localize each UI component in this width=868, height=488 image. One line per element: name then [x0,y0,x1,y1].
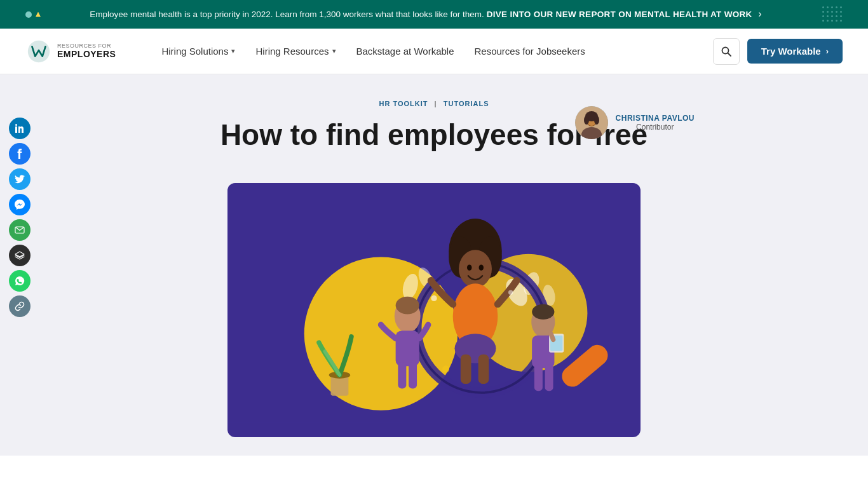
whatsapp-icon [15,276,25,286]
nav-links: Hiring Solutions ▾ Hiring Resources ▾ Ba… [154,41,712,62]
svg-point-26 [459,250,492,287]
twitter-icon [15,174,25,184]
nav-hiring-solutions[interactable]: Hiring Solutions ▾ [154,41,243,62]
twitter-share-button[interactable] [9,168,31,190]
navbar: RESOURCES FOR EMPLOYERS Hiring Solutions… [0,29,868,74]
logo[interactable]: RESOURCES FOR EMPLOYERS [25,38,116,65]
copy-link-button[interactable] [9,295,31,317]
svg-rect-2 [15,126,17,133]
whatsapp-share-button[interactable] [9,270,31,292]
messenger-icon [15,200,25,210]
email-share-button[interactable] [9,219,31,241]
workable-logo-icon [25,38,52,65]
svg-point-49 [442,365,449,372]
hero-image-container [202,183,666,437]
svg-point-10 [584,116,589,125]
facebook-share-button[interactable] [9,143,31,165]
nav-backstage[interactable]: Backstage at Workable [349,41,462,62]
announcement-chevron-icon: › [758,8,761,19]
author-avatar [575,106,608,139]
announcement-normal-text: Employee mental health is a top priority… [90,10,484,19]
nav-actions: Try Workable › [713,38,843,65]
breadcrumb-separator: | [435,100,437,107]
hero-image [227,183,641,437]
svg-point-34 [396,296,419,314]
messenger-share-button[interactable] [9,194,31,215]
try-workable-button[interactable]: Try Workable › [747,39,843,64]
search-icon [721,46,732,57]
main-content: HR TOOLKIT | TUTORIALS How to find emplo… [0,74,868,456]
svg-point-3 [15,124,17,126]
breadcrumb-tutorials[interactable]: TUTORIALS [444,100,489,107]
author-avatar-image [575,106,608,139]
announcement-bar: Employee mental health is a top priority… [0,0,868,29]
email-icon [15,225,25,235]
svg-rect-36 [398,362,406,388]
article-header: HR TOOLKIT | TUTORIALS How to find emplo… [148,74,720,183]
announcement-text: Employee mental health is a top priority… [47,7,804,21]
buffer-share-button[interactable] [9,245,31,266]
dots-grid-icon [822,6,843,22]
svg-point-28 [479,264,484,270]
svg-rect-32 [478,354,489,383]
announcement-icons [25,11,41,18]
hiring-solutions-chevron-icon: ▾ [231,47,235,55]
svg-rect-35 [396,330,419,366]
author-area: CHRISTINA PAVLOU Contributor [575,106,695,139]
author-role: Contributor [616,123,695,132]
social-sidebar [0,111,39,323]
teal-dot-icon [25,11,32,18]
svg-rect-43 [534,364,543,391]
svg-point-48 [508,290,513,294]
buffer-icon [15,250,25,261]
hero-illustration [227,183,641,437]
svg-rect-31 [461,354,471,383]
try-workable-arrow-icon: › [826,46,829,56]
svg-point-27 [467,264,471,270]
facebook-icon [15,149,25,159]
author-name[interactable]: CHRISTINA PAVLOU [616,114,695,123]
svg-rect-44 [545,364,553,391]
logo-employers: EMPLOYERS [57,50,116,59]
author-info: CHRISTINA PAVLOU Contributor [616,114,695,132]
announcement-highlight-text[interactable]: DIVE INTO OUR NEW REPORT ON MENTAL HEALT… [487,10,752,19]
logo-text: RESOURCES FOR EMPLOYERS [57,43,116,59]
triangle-icon [36,12,41,17]
svg-point-47 [431,295,437,301]
linkedin-icon [15,123,25,133]
svg-rect-37 [409,362,417,388]
nav-hiring-resources[interactable]: Hiring Resources ▾ [248,41,343,62]
search-button[interactable] [713,38,740,65]
announcement-decoration [804,6,843,22]
svg-line-1 [728,53,731,56]
linkedin-share-button[interactable] [9,118,31,139]
hiring-resources-chevron-icon: ▾ [332,47,336,55]
svg-point-39 [532,304,554,319]
svg-point-11 [594,116,599,125]
nav-jobseekers[interactable]: Resources for Jobseekers [467,41,593,62]
copy-link-icon [15,301,25,311]
breadcrumb-hr-toolkit[interactable]: HR TOOLKIT [379,100,428,107]
